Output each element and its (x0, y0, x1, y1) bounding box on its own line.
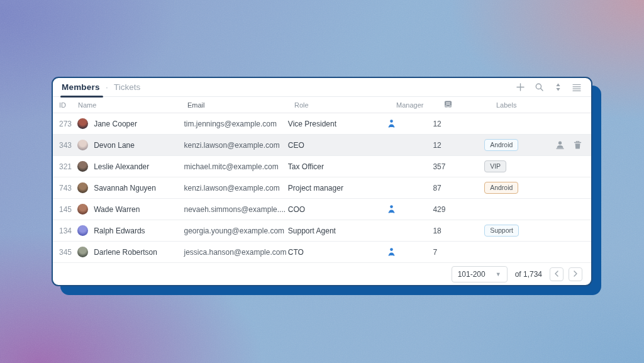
column-header-role: Role (294, 101, 396, 109)
label-chip: Support (484, 225, 519, 237)
plus-icon[interactable] (514, 82, 526, 93)
cell-email: tim.jennings@example.com (184, 120, 287, 128)
column-header-name: Name (78, 101, 187, 109)
cell-role: Support Agent (288, 226, 387, 235)
active-tab-underline (60, 96, 103, 98)
cell-labels: Support (484, 225, 555, 237)
cell-tickets: 18 (433, 226, 484, 235)
cell-id: 273 (53, 120, 77, 128)
cell-email: kenzi.lawson@example.com (184, 184, 287, 193)
avatar (77, 118, 88, 129)
table-row[interactable]: 273 Jane Cooper tim.jennings@example.com… (53, 113, 591, 135)
cell-name: Wade Warren (77, 204, 184, 215)
row-actions (555, 140, 591, 150)
chevron-right-icon (573, 271, 578, 277)
cell-manager (387, 247, 433, 257)
table-body: 273 Jane Cooper tim.jennings@example.com… (53, 113, 591, 263)
search-icon[interactable] (533, 82, 545, 93)
cell-email: jessica.hanson@example.com (184, 248, 287, 257)
table-header-row: ID Name Email Role Manager Labels (53, 97, 591, 113)
cell-name: Savannah Nguyen (77, 182, 184, 193)
cell-email: georgia.young@example.com (184, 226, 287, 235)
trash-icon[interactable] (572, 140, 583, 150)
table-row[interactable]: 743 Savannah Nguyen kenzi.lawson@example… (53, 177, 591, 199)
avatar (77, 204, 88, 215)
page-range-value: 101-200 (458, 270, 486, 279)
member-name: Devon Lane (94, 141, 135, 150)
toolbar (514, 82, 582, 93)
cell-tickets: 7 (433, 248, 484, 257)
cell-tickets: 87 (433, 184, 484, 193)
member-name: Savannah Nguyen (94, 184, 156, 193)
manager-person-icon (387, 204, 396, 214)
avatar (77, 247, 88, 257)
avatar (77, 225, 88, 236)
cell-role: CEO (288, 141, 387, 150)
cell-role: Project manager (288, 184, 387, 193)
table-row[interactable]: 134 Ralph Edwards georgia.young@example.… (53, 220, 591, 242)
manager-person-icon (387, 119, 396, 128)
member-name: Ralph Edwards (94, 226, 145, 235)
cell-labels: Android (484, 182, 555, 194)
cell-id: 321 (53, 162, 77, 171)
cell-manager (387, 183, 433, 193)
cell-manager (387, 119, 433, 128)
table-row[interactable]: 345 Darlene Robertson jessica.hanson@exa… (53, 242, 591, 263)
column-header-email: Email (187, 101, 294, 109)
cell-email: nevaeh.simmons@example.... (184, 205, 287, 214)
cell-manager (387, 140, 433, 150)
next-page-button[interactable] (569, 267, 582, 281)
cell-manager (387, 226, 433, 235)
pagination-bar: 101-200 ▼ of 1,734 (53, 263, 591, 285)
cell-name: Leslie Alexander (77, 161, 184, 172)
member-name: Leslie Alexander (94, 162, 149, 171)
column-header-tickets (443, 99, 496, 110)
prev-page-button[interactable] (550, 267, 564, 281)
user-icon[interactable] (555, 140, 565, 150)
label-chip: VIP (484, 160, 506, 173)
total-count-label: of 1,734 (515, 270, 542, 279)
tab-tickets[interactable]: Tickets (114, 82, 140, 92)
sort-icon[interactable] (552, 82, 564, 93)
cell-manager (387, 204, 433, 214)
cell-role: COO (288, 205, 387, 214)
column-header-id: ID (53, 101, 78, 109)
cell-role: CTO (288, 248, 387, 257)
cell-name: Ralph Edwards (77, 225, 184, 236)
caret-down-icon: ▼ (496, 271, 501, 277)
avatar (77, 140, 88, 150)
member-name: Darlene Robertson (94, 248, 157, 257)
table-row[interactable]: 145 Wade Warren nevaeh.simmons@example..… (53, 199, 591, 220)
cell-id: 743 (53, 184, 77, 193)
cell-tickets: 12 (433, 120, 484, 128)
cell-name: Darlene Robertson (77, 247, 184, 257)
page-range-dropdown[interactable]: 101-200 ▼ (452, 266, 508, 282)
avatar (77, 182, 88, 193)
menu-icon[interactable] (571, 82, 582, 93)
cell-role: Vice President (288, 120, 387, 128)
table-row[interactable]: 343 Devon Lane kenzi.lawson@example.com … (53, 135, 591, 156)
cell-manager (387, 162, 433, 171)
manager-person-icon (387, 247, 396, 257)
member-name: Wade Warren (94, 205, 140, 214)
cell-id: 134 (53, 226, 77, 235)
label-chip: Android (484, 182, 518, 194)
tab-members[interactable]: Members (62, 82, 100, 92)
tab-separator: · (106, 82, 108, 92)
cell-name: Jane Cooper (77, 118, 184, 129)
cell-id: 343 (53, 141, 77, 150)
chevron-left-icon (554, 271, 559, 277)
cell-email: kenzi.lawson@example.com (184, 141, 287, 150)
column-header-manager: Manager (396, 101, 443, 109)
table-row[interactable]: 321 Leslie Alexander michael.mitc@exampl… (53, 156, 591, 177)
members-panel: Members · Tickets ID Name Email Role Man… (52, 77, 592, 286)
cell-role: Tax Officer (288, 162, 387, 171)
cell-id: 345 (53, 248, 77, 257)
cell-name: Devon Lane (77, 140, 184, 150)
cell-tickets: 357 (433, 162, 484, 171)
label-chip: Android (484, 139, 518, 152)
inbox-icon (443, 99, 453, 109)
cell-labels: VIP (484, 160, 555, 173)
cell-id: 145 (53, 205, 77, 214)
avatar (77, 161, 88, 172)
